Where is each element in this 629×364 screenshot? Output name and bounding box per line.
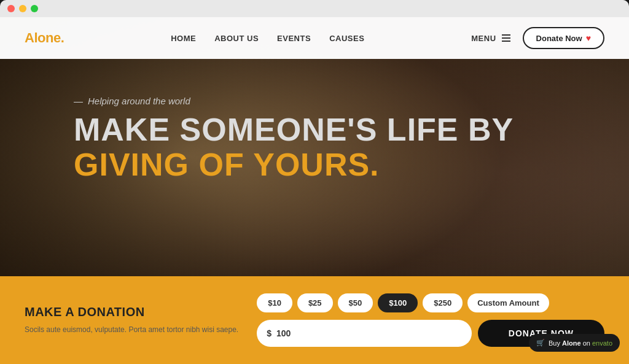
nav-home[interactable]: HOME <box>171 34 196 43</box>
donate-button[interactable]: Donate Now ♥ <box>523 27 604 49</box>
amount-25[interactable]: $25 <box>297 293 333 312</box>
menu-button[interactable]: MENU <box>471 34 510 43</box>
cart-icon: 🛒 <box>536 339 545 347</box>
heart-icon: ♥ <box>586 33 591 43</box>
nav-about[interactable]: ABOUT US <box>214 34 259 43</box>
amount-input-wrapper: $ <box>257 320 472 347</box>
nav-causes[interactable]: CAUSES <box>329 34 364 43</box>
nav-right: MENU Donate Now ♥ <box>471 27 604 49</box>
navbar: Alone. HOME ABOUT US EVENTS CAUSES MENU … <box>0 17 629 59</box>
envato-badge: 🛒 Buy Alone on envato <box>529 334 620 352</box>
hero-content: Helping around the world MAKE SOMEONE'S … <box>0 59 629 182</box>
amount-100[interactable]: $100 <box>378 293 418 312</box>
currency-symbol: $ <box>267 328 272 338</box>
amount-buttons-row: $10 $25 $50 $100 $250 Custom Amount <box>257 293 604 312</box>
donation-description: Socils aute euismod, vulputate. Porta am… <box>25 324 238 335</box>
logo[interactable]: Alone. <box>25 30 64 46</box>
hero-title: MAKE SOMEONE'S LIFE BY GIVING OF YOURS. <box>74 112 555 182</box>
amount-250[interactable]: $250 <box>423 293 463 312</box>
amount-custom[interactable]: Custom Amount <box>467 293 549 312</box>
close-button[interactable] <box>7 5 15 12</box>
page: Alone. HOME ABOUT US EVENTS CAUSES MENU … <box>0 17 629 364</box>
nav-events[interactable]: EVENTS <box>277 34 311 43</box>
amount-50[interactable]: $50 <box>338 293 373 312</box>
window-chrome <box>0 0 629 17</box>
nav-links: HOME ABOUT US EVENTS CAUSES <box>171 33 364 44</box>
donation-info: MAKE A DONATION Socils aute euismod, vul… <box>25 305 238 335</box>
maximize-button[interactable] <box>31 5 38 12</box>
minimize-button[interactable] <box>19 5 26 12</box>
hero-subtitle: Helping around the world <box>74 96 555 106</box>
donation-title: MAKE A DONATION <box>25 305 238 319</box>
hamburger-icon <box>502 34 510 42</box>
amount-input[interactable] <box>276 328 462 338</box>
amount-10[interactable]: $10 <box>257 293 292 312</box>
